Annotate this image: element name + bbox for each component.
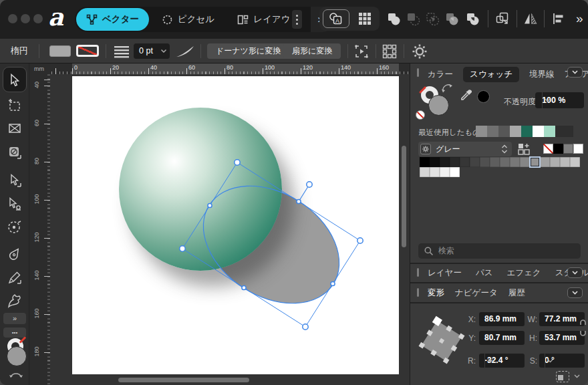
fill-color-selector[interactable] (428, 95, 449, 116)
pencil-tool[interactable] (7, 269, 23, 285)
search-input[interactable] (437, 245, 571, 257)
anchor-handle[interactable] (439, 338, 444, 344)
panel-tab[interactable]: パス (476, 267, 493, 279)
swatch[interactable] (510, 157, 520, 167)
transform-options-button[interactable] (574, 374, 580, 378)
boolean-subtract-button[interactable] (406, 11, 420, 26)
x-field[interactable]: 86.9 mm (479, 312, 525, 326)
settings-button[interactable] (412, 43, 428, 59)
swatch[interactable] (533, 126, 544, 137)
anchor-point-selector[interactable] (422, 321, 462, 362)
artboard-tool[interactable] (7, 97, 23, 113)
swatch[interactable] (550, 157, 560, 167)
selection-rotation-handle[interactable] (307, 182, 312, 187)
swatch[interactable] (490, 157, 500, 167)
panel-tab[interactable]: エフェク (506, 267, 541, 279)
swatch[interactable] (510, 126, 521, 137)
panel-grip[interactable] (417, 268, 419, 277)
rotation-field[interactable]: -32.4 ° (479, 354, 525, 368)
swatch-none[interactable] (543, 144, 553, 154)
w-field[interactable]: 77.2 mm (539, 312, 585, 326)
point-transform-tool[interactable] (7, 219, 23, 235)
panel-grip[interactable] (417, 288, 419, 297)
panel-collapse-button[interactable] (567, 287, 583, 298)
selection-corner-handle[interactable] (303, 324, 308, 330)
panel-tab[interactable]: レイヤー (428, 267, 462, 279)
picked-color-chip[interactable] (477, 90, 490, 103)
panel-tab[interactable]: 履歴 (508, 287, 525, 299)
stroke-color-well[interactable] (76, 45, 99, 57)
swatch[interactable] (487, 126, 498, 137)
selection-edge-handle[interactable] (208, 203, 212, 207)
boolean-divide-button[interactable] (444, 11, 459, 26)
boolean-intersect-button[interactable] (425, 11, 440, 26)
swatch[interactable] (544, 126, 555, 137)
swap-fill-stroke-icon[interactable] (9, 370, 23, 378)
swatch[interactable] (476, 126, 487, 137)
transform-origin-button[interactable] (556, 371, 569, 382)
pressure-profile-button[interactable] (175, 43, 195, 59)
anchor-handle[interactable] (443, 358, 450, 364)
selection-corner-handle[interactable] (357, 238, 363, 243)
insert-behind-button[interactable] (495, 11, 510, 26)
swatch[interactable] (460, 157, 470, 167)
contour-tool[interactable] (7, 196, 23, 212)
anchor-handle[interactable] (426, 330, 433, 336)
select-same-button[interactable] (382, 43, 398, 59)
panel-collapse-button[interactable] (567, 267, 583, 278)
boolean-combine-button[interactable] (465, 11, 480, 26)
swatch[interactable] (540, 157, 550, 167)
panel-grip[interactable] (417, 68, 419, 77)
add-swatch-button[interactable] (517, 142, 531, 156)
flip-horizontal-button[interactable] (523, 11, 538, 26)
toolbar-overflow-button[interactable]: » (572, 11, 587, 27)
y-field[interactable]: 80.7 mm (479, 331, 525, 345)
persona-pixel[interactable]: ピクセル (152, 8, 225, 31)
alignment-button[interactable] (551, 11, 566, 26)
selection-edge-handle[interactable] (331, 281, 335, 285)
snapping-toggle-button[interactable]: A (323, 9, 349, 28)
panel-tab[interactable]: ナビゲータ (455, 287, 498, 299)
anchor-handle-active[interactable] (432, 316, 442, 326)
swatch[interactable] (521, 126, 533, 137)
vertical-scrollbar[interactable] (402, 146, 406, 247)
convert-to-pie-button[interactable]: 扇形に変換 (283, 43, 341, 59)
anchor-handle[interactable] (446, 326, 452, 332)
vector-frame-tool[interactable] (7, 120, 23, 136)
swatch[interactable] (560, 157, 570, 167)
panel-tab[interactable]: カラー (428, 69, 453, 80)
fill-swatch-well[interactable] (7, 346, 27, 366)
swatch[interactable] (520, 157, 530, 167)
boolean-add-button[interactable] (386, 11, 401, 26)
swatch[interactable] (450, 157, 460, 167)
pen-tool[interactable] (7, 246, 23, 262)
tools-ellipsis-button[interactable]: ••• (3, 328, 26, 338)
window-close-button[interactable] (8, 14, 17, 23)
anchor-handle[interactable] (430, 350, 437, 356)
swatch[interactable] (440, 167, 450, 177)
fill-color-well[interactable] (49, 45, 71, 57)
more-tools-button[interactable]: » (3, 313, 26, 324)
swatch[interactable] (498, 126, 510, 137)
vector-crop-tool[interactable] (7, 144, 23, 160)
panel-tab[interactable]: 境界線 (529, 69, 555, 80)
selection-edge-handle[interactable] (297, 199, 301, 203)
swatch[interactable] (563, 144, 573, 154)
window-minimize-button[interactable] (21, 14, 30, 23)
selection-corner-handle[interactable] (235, 160, 240, 165)
anchor-handle[interactable] (451, 345, 458, 352)
swatch[interactable] (430, 167, 440, 177)
move-tool[interactable] (7, 72, 23, 88)
node-tool[interactable] (7, 172, 23, 188)
opacity-field[interactable]: 100 % (535, 92, 584, 108)
panel-tab[interactable]: 変形 (428, 287, 444, 299)
palette-dropdown[interactable]: グレー (418, 142, 512, 156)
eyedropper-icon[interactable] (460, 88, 474, 103)
swatch[interactable] (450, 167, 460, 177)
panel-collapse-button[interactable] (567, 67, 583, 78)
swatch[interactable] (420, 157, 430, 167)
swap-colors-icon[interactable] (441, 84, 453, 93)
swatch[interactable] (480, 157, 490, 167)
stroke-width-field[interactable]: 0 pt (134, 43, 170, 59)
convert-to-curves-button[interactable] (353, 43, 370, 59)
